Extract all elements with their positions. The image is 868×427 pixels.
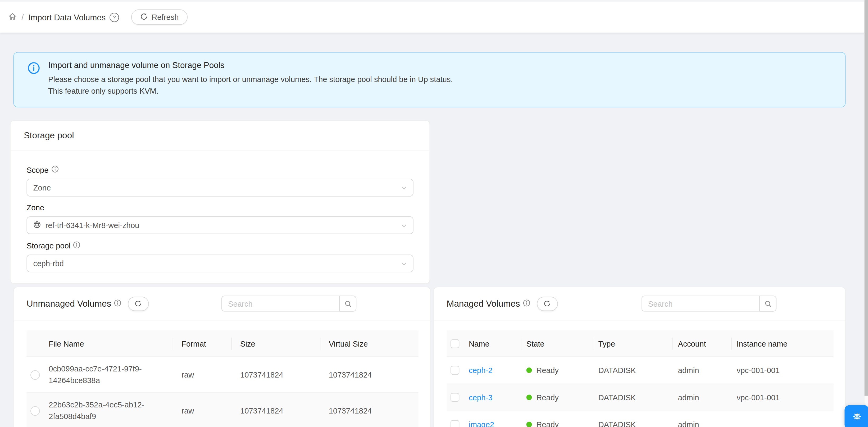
- column-header: Type: [593, 330, 673, 356]
- reload-icon: [140, 12, 148, 22]
- account-cell: admin: [673, 411, 731, 427]
- storage-pool-select[interactable]: ceph-rbd: [27, 254, 413, 272]
- unmanaged-volumes-header: Unmanaged Volumes: [14, 287, 430, 321]
- column-header: State: [521, 330, 593, 356]
- chevron-down-icon: [401, 222, 407, 231]
- page: / Import Data Volumes ? Refresh Import a…: [0, 0, 868, 427]
- storage-pool-card-title: Storage pool: [24, 131, 74, 141]
- type-cell: DATADISK: [593, 411, 673, 427]
- type-cell: DATADISK: [593, 357, 673, 383]
- managed-table-header-row: Name State Type Account Instance name: [446, 330, 833, 357]
- storage-pool-form: Scope Zone Zone: [10, 151, 430, 272]
- info-icon: [73, 241, 81, 250]
- managed-volumes-title: Managed Volumes: [446, 299, 520, 309]
- managed-volumes-card: Managed Volumes: [433, 287, 846, 427]
- table-row[interactable]: image2 Ready DATADISK admin: [446, 411, 833, 427]
- breadcrumb-separator: /: [22, 13, 24, 22]
- format-cell: raw: [173, 357, 231, 392]
- column-header: Size: [231, 330, 320, 356]
- table-row[interactable]: 0cb099aa-cc7e-4721-97f9- 14264bce838a ra…: [27, 357, 418, 393]
- column-header: Instance name: [731, 330, 834, 356]
- page-title: Import Data Volumes: [28, 12, 105, 22]
- storage-pool-card-header: Storage pool: [10, 121, 430, 151]
- info-icon: [114, 300, 121, 308]
- zone-label: Zone: [27, 203, 413, 212]
- row-checkbox[interactable]: [451, 393, 459, 402]
- managed-search: [642, 296, 776, 312]
- managed-refresh-button[interactable]: [536, 296, 557, 311]
- ready-status-dot: [526, 395, 532, 400]
- table-row[interactable]: ceph-3 Ready DATADISK admin vpc-001-001: [446, 384, 833, 411]
- help-icon[interactable]: ?: [110, 12, 119, 22]
- column-header: Account: [673, 330, 731, 356]
- chevron-down-icon: [401, 184, 407, 193]
- select-all-checkbox[interactable]: [451, 339, 459, 347]
- table-row[interactable]: ceph-2 Ready DATADISK admin vpc-001-001: [446, 357, 833, 384]
- scope-label: Scope: [27, 165, 413, 174]
- search-icon[interactable]: [339, 296, 356, 312]
- unmanaged-volumes-title: Unmanaged Volumes: [27, 299, 111, 309]
- column-header: File Name: [43, 330, 173, 356]
- ready-status-dot: [526, 367, 532, 373]
- home-icon[interactable]: [8, 12, 17, 23]
- size-cell: 1073741824: [231, 357, 320, 392]
- managed-volumes-table: Name State Type Account Instance name ce…: [446, 330, 833, 427]
- account-cell: admin: [673, 357, 731, 383]
- alert-title: Import and unmanage volume on Storage Po…: [48, 60, 837, 70]
- volume-name-link[interactable]: ceph-2: [469, 366, 493, 375]
- row-radio[interactable]: [30, 406, 40, 415]
- storage-pool-label: Storage pool: [27, 241, 413, 250]
- type-cell: DATADISK: [593, 384, 673, 410]
- info-icon: [51, 165, 59, 174]
- scrollbar-thumb[interactable]: [865, 0, 868, 396]
- volume-name-link[interactable]: image2: [469, 420, 494, 427]
- column-header: Name: [463, 330, 521, 356]
- settings-fab-button[interactable]: [844, 405, 868, 427]
- format-cell: raw: [173, 393, 231, 427]
- search-icon[interactable]: [759, 296, 776, 312]
- refresh-label: Refresh: [152, 13, 179, 22]
- account-cell: admin: [673, 384, 731, 410]
- volume-name-link[interactable]: ceph-3: [469, 393, 493, 402]
- gear-icon: [852, 411, 862, 423]
- info-icon: [523, 300, 530, 308]
- app-header: / Import Data Volumes ? Refresh: [0, 0, 868, 33]
- file-name-cell: 0cb099aa-cc7e-4721-97f9- 14264bce838a: [43, 357, 173, 392]
- state-cell: Ready: [521, 357, 593, 383]
- storage-pool-card: Storage pool Scope Zone: [10, 120, 430, 284]
- ready-status-dot: [526, 422, 532, 427]
- info-circle-icon: [28, 62, 40, 76]
- instance-cell: vpc-001-001: [731, 384, 834, 410]
- table-row[interactable]: 22b63c2b-352a-4ec5-ab12- 2fa508d4baf9 ra…: [27, 393, 418, 427]
- instance-cell: vpc-001-001: [731, 357, 834, 383]
- unmanaged-search-input[interactable]: [221, 296, 339, 312]
- info-alert: Import and unmanage volume on Storage Po…: [13, 52, 845, 108]
- scrollbar-track[interactable]: [864, 0, 868, 427]
- unmanaged-volumes-table: File Name Format Size Virtual Size 0cb09…: [27, 330, 418, 427]
- virtual-size-cell: 1073741824: [320, 393, 420, 427]
- row-radio[interactable]: [30, 370, 40, 379]
- file-name-cell: 22b63c2b-352a-4ec5-ab12- 2fa508d4baf9: [43, 393, 173, 427]
- instance-cell: [731, 411, 834, 427]
- unmanaged-volumes-card: Unmanaged Volumes: [13, 287, 430, 427]
- managed-volumes-header: Managed Volumes: [434, 287, 845, 321]
- state-cell: Ready: [521, 411, 593, 427]
- zone-select[interactable]: ref-trl-6341-k-Mr8-wei-zhou: [27, 216, 413, 234]
- managed-search-input[interactable]: [642, 296, 760, 312]
- column-header: Virtual Size: [320, 330, 420, 356]
- globe-icon: [33, 221, 41, 231]
- row-checkbox[interactable]: [451, 366, 459, 375]
- unmanaged-search: [221, 296, 356, 312]
- chevron-down-icon: [401, 260, 407, 269]
- scope-select[interactable]: Zone: [27, 179, 413, 196]
- column-header: Format: [173, 330, 231, 356]
- refresh-button[interactable]: Refresh: [131, 9, 188, 25]
- unmanaged-refresh-button[interactable]: [128, 296, 149, 311]
- virtual-size-cell: 1073741824: [320, 357, 420, 392]
- alert-description-line1: Please choose a storage pool that you wa…: [48, 73, 837, 85]
- unmanaged-table-header-row: File Name Format Size Virtual Size: [27, 330, 418, 357]
- state-cell: Ready: [521, 384, 593, 410]
- alert-description-line2: This feature only supports KVM.: [48, 85, 837, 97]
- size-cell: 1073741824: [231, 393, 320, 427]
- row-checkbox[interactable]: [451, 420, 459, 427]
